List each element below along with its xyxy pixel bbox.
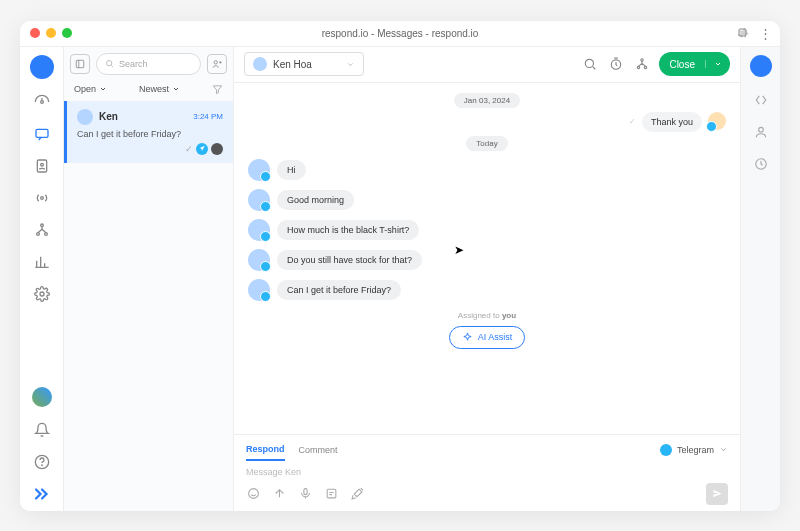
svg-point-7 bbox=[36, 232, 39, 235]
message-time: 3:24 PM bbox=[193, 112, 223, 121]
composer-toolbar bbox=[246, 483, 728, 505]
message-bubble: How much is the black T-shirt? bbox=[277, 220, 419, 240]
svg-rect-21 bbox=[303, 489, 306, 495]
svg-point-9 bbox=[40, 292, 44, 296]
chevron-down-icon bbox=[172, 85, 180, 93]
contacts-icon[interactable] bbox=[33, 157, 51, 175]
extension-icon[interactable] bbox=[737, 27, 749, 39]
titlebar: respond.io - Messages - respond.io ⋮ bbox=[20, 21, 780, 47]
inbox-toolbar: Search bbox=[64, 47, 233, 81]
search-placeholder: Search bbox=[119, 59, 148, 69]
outgoing-message: ✓ Thank you bbox=[248, 112, 726, 132]
ai-persona-icon[interactable] bbox=[752, 123, 770, 141]
messages-icon[interactable] bbox=[33, 125, 51, 143]
svg-point-8 bbox=[44, 232, 47, 235]
sort-filter[interactable]: Newest bbox=[139, 84, 180, 94]
status-filter[interactable]: Open bbox=[74, 84, 107, 94]
left-nav bbox=[20, 47, 64, 511]
inbox-panel: Search Open Newest Ken 3:24 PM Can I get… bbox=[64, 47, 234, 511]
incoming-message: Hi bbox=[248, 159, 726, 181]
broadcast-icon[interactable] bbox=[33, 189, 51, 207]
inbox-filters: Open Newest bbox=[64, 81, 233, 101]
date-separator: Today bbox=[466, 136, 507, 151]
delivered-check-icon: ✓ bbox=[629, 117, 636, 126]
incoming-message: How much is the black T-shirt? bbox=[248, 219, 726, 241]
emoji-icon[interactable] bbox=[246, 487, 260, 501]
send-button[interactable] bbox=[706, 483, 728, 505]
assign-icon[interactable] bbox=[633, 55, 651, 73]
window-title: respond.io - Messages - respond.io bbox=[20, 28, 780, 39]
close-dropdown[interactable] bbox=[705, 60, 730, 68]
contact-name: Ken Hoa bbox=[273, 59, 340, 70]
close-label: Close bbox=[659, 59, 705, 70]
activity-icon[interactable] bbox=[752, 155, 770, 173]
snippet-icon[interactable] bbox=[324, 487, 338, 501]
tab-respond[interactable]: Respond bbox=[246, 439, 285, 461]
chevron-down-icon bbox=[719, 445, 728, 454]
search-icon bbox=[105, 59, 114, 68]
ai-assist-button[interactable]: AI Assist bbox=[449, 326, 526, 349]
ai-tool-icon[interactable] bbox=[350, 487, 364, 501]
profile-avatar[interactable] bbox=[750, 55, 772, 77]
channel-selector[interactable]: Telegram bbox=[660, 444, 728, 456]
voice-icon[interactable] bbox=[298, 487, 312, 501]
conversation-badges: ✓ bbox=[77, 143, 223, 155]
message-bubble: Good morning bbox=[277, 190, 354, 210]
filter-icon[interactable] bbox=[212, 84, 223, 95]
customer-avatar bbox=[248, 249, 270, 271]
search-input[interactable]: Search bbox=[96, 53, 201, 75]
user-avatar[interactable] bbox=[32, 387, 52, 407]
workspace-logo[interactable] bbox=[30, 55, 54, 79]
svg-point-11 bbox=[41, 465, 42, 466]
expand-icon[interactable] bbox=[752, 91, 770, 109]
workflow-icon[interactable] bbox=[33, 221, 51, 239]
chevron-down-icon bbox=[346, 60, 355, 69]
svg-rect-2 bbox=[36, 129, 48, 137]
main-layout: Search Open Newest Ken 3:24 PM Can I get… bbox=[20, 47, 780, 511]
incoming-message: Good morning bbox=[248, 189, 726, 211]
contact-selector[interactable]: Ken Hoa bbox=[244, 52, 364, 76]
customer-avatar bbox=[248, 159, 270, 181]
menu-icon[interactable]: ⋮ bbox=[759, 26, 772, 41]
settings-icon[interactable] bbox=[33, 285, 51, 303]
tab-comment[interactable]: Comment bbox=[299, 440, 338, 460]
svg-point-6 bbox=[40, 224, 43, 227]
assignee-avatar bbox=[211, 143, 223, 155]
message-input[interactable]: Message Ken bbox=[246, 461, 728, 483]
svg-rect-12 bbox=[76, 60, 84, 68]
close-conversation-button[interactable]: Close bbox=[659, 52, 730, 76]
svg-point-14 bbox=[214, 60, 217, 63]
svg-point-5 bbox=[40, 196, 43, 199]
composer: Respond Comment Telegram Message Ken bbox=[234, 434, 740, 511]
ai-assist-row: AI Assist bbox=[248, 326, 726, 349]
telegram-badge-icon bbox=[196, 143, 208, 155]
message-preview: Can I get it before Friday? bbox=[77, 129, 223, 139]
notifications-icon[interactable] bbox=[33, 421, 51, 439]
customer-avatar bbox=[248, 219, 270, 241]
svg-point-1 bbox=[40, 100, 43, 103]
message-bubble: Can I get it before Friday? bbox=[277, 280, 401, 300]
help-icon[interactable] bbox=[33, 453, 51, 471]
brand-logo bbox=[33, 485, 51, 503]
search-conversation-icon[interactable] bbox=[581, 55, 599, 73]
contact-avatar bbox=[253, 57, 267, 71]
reports-icon[interactable] bbox=[33, 253, 51, 271]
svg-point-19 bbox=[645, 66, 647, 68]
attach-icon[interactable] bbox=[272, 487, 286, 501]
contact-avatar bbox=[77, 109, 93, 125]
read-check-icon: ✓ bbox=[185, 144, 193, 154]
customer-avatar bbox=[248, 189, 270, 211]
message-bubble: Do you still have stock for that? bbox=[277, 250, 422, 270]
conversation-item[interactable]: Ken 3:24 PM Can I get it before Friday? … bbox=[64, 101, 233, 163]
dashboard-icon[interactable] bbox=[33, 93, 51, 111]
layout-toggle-icon[interactable] bbox=[70, 54, 90, 74]
incoming-message: Do you still have stock for that? bbox=[248, 249, 726, 271]
svg-point-15 bbox=[586, 59, 594, 67]
assignment-notice: Assigned to you bbox=[248, 311, 726, 320]
add-contact-icon[interactable] bbox=[207, 54, 227, 74]
chat-header: Ken Hoa Close bbox=[234, 47, 740, 83]
snooze-icon[interactable] bbox=[607, 55, 625, 73]
svg-point-17 bbox=[641, 59, 643, 61]
customer-avatar bbox=[248, 279, 270, 301]
message-bubble: Thank you bbox=[642, 112, 702, 132]
